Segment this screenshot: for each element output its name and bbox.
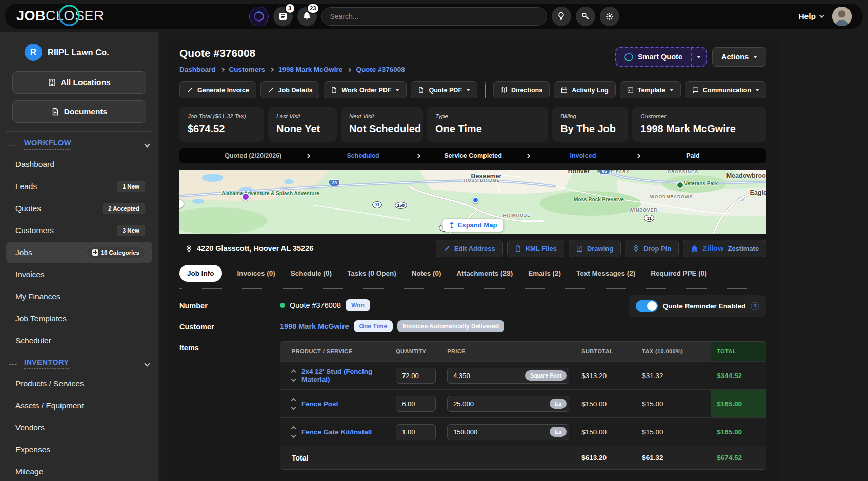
sidebar-item-leads[interactable]: Leads1 New [6, 176, 152, 197]
quantity-input[interactable]: 1.00 [396, 424, 436, 440]
sidebar-item-my-finances[interactable]: My Finances [6, 286, 152, 307]
generate-invoice-button[interactable]: Generate Invoice [179, 81, 256, 98]
sidebar-item-expenses[interactable]: Expenses [6, 439, 152, 460]
sidebar-divider [6, 131, 152, 132]
total-row-label: Total [280, 454, 581, 462]
user-avatar[interactable] [832, 7, 852, 26]
product-link[interactable]: Fence Post [301, 400, 338, 408]
tab-schedule[interactable]: Schedule (0) [291, 269, 332, 277]
sidebar-item-assets-equipment[interactable]: Assets / Equipment [6, 395, 152, 416]
section-inventory[interactable]: --- INVENTORY [9, 358, 149, 369]
app-logo: JOBCLOSER [16, 8, 104, 24]
drawing-button[interactable]: Drawing [569, 240, 621, 257]
tab-attachments[interactable]: Attachments (28) [457, 269, 513, 277]
stat-billing: Billing By The Job [552, 107, 628, 142]
smart-quote-button[interactable]: Smart Quote [615, 47, 692, 67]
quantity-input[interactable]: 6.00 [396, 396, 436, 412]
ai-assistant-button[interactable] [249, 7, 269, 26]
number-label: Number [179, 299, 280, 311]
tab-job-info[interactable]: Job Info [179, 265, 222, 282]
notifications-button[interactable]: 23 [297, 7, 317, 26]
job-details-button[interactable]: Job Details [260, 81, 320, 98]
ideas-button[interactable] [552, 7, 571, 26]
stat-cards: Job Total ($61.32 Tax) $674.52 Last Visi… [179, 107, 766, 142]
tax-value: $31.32 [642, 372, 711, 380]
tab-notes[interactable]: Notes (0) [412, 269, 441, 277]
price-input[interactable]: 150.000Ea [447, 424, 569, 440]
tab-text-messages[interactable]: Text Messages (2) [576, 269, 635, 277]
breadcrumb-quote[interactable]: Quote #376008 [356, 66, 405, 73]
communication-button[interactable]: Communication [685, 81, 766, 98]
expand-map-button[interactable]: Expand Map [442, 219, 504, 232]
price-input[interactable]: 4.350Square Foot [447, 368, 569, 384]
item-label: My Finances [15, 292, 60, 301]
section-workflow[interactable]: --- WORKFLOW [9, 139, 149, 150]
reorder-handle[interactable] [292, 399, 295, 409]
breadcrumb-customers[interactable]: Customers [229, 66, 266, 73]
quote-pdf-button[interactable]: Quote PDF [411, 81, 477, 98]
product-link[interactable]: 2x4 12' Stud (Fencing Material) [301, 368, 391, 383]
sidebar-item-scheduler[interactable]: Scheduler [6, 330, 152, 351]
customer-link[interactable]: 1998 Mark McGwire [280, 322, 349, 330]
help-circle-icon[interactable]: ? [751, 302, 759, 310]
tab-emails[interactable]: Emails (2) [528, 269, 561, 277]
drop-pin-button[interactable]: Drop Pin [625, 240, 679, 257]
reorder-handle[interactable] [292, 370, 295, 381]
sidebar-item-invoices[interactable]: Invoices [6, 264, 152, 285]
sidebar-item-jobs[interactable]: Jobs10 Categories [6, 242, 152, 263]
all-locations-button[interactable]: All Locations [12, 71, 146, 94]
customer-row: Customer 1998 Mark McGwire One Time Invo… [179, 320, 766, 332]
zillow-zestimate-button[interactable]: Zillow Zestimate [683, 240, 766, 257]
template-icon [627, 87, 634, 93]
settings-button[interactable] [600, 7, 619, 26]
lightbulb-icon [557, 12, 566, 20]
chevron-down-icon [291, 433, 296, 438]
tab-invoices[interactable]: Invoices (0) [237, 269, 275, 277]
breadcrumb-customer[interactable]: 1998 Mark McGwire [278, 66, 342, 73]
documents-button[interactable]: Documents [12, 100, 146, 123]
sidebar-item-vendors[interactable]: Vendors [6, 417, 152, 438]
edit-address-button[interactable]: Edit Address [436, 240, 503, 257]
sidebar-item-products-services[interactable]: Products / Services [6, 373, 152, 394]
button-label: Drawing [587, 245, 613, 253]
actions-button[interactable]: Actions [712, 47, 766, 67]
reorder-handle[interactable] [292, 427, 295, 437]
api-keys-button[interactable] [576, 7, 595, 26]
smart-quote-dropdown[interactable] [691, 47, 707, 67]
step-invoiced[interactable]: Invoiced [530, 152, 636, 159]
sidebar-item-dashboard[interactable]: Dashboard [6, 154, 152, 175]
sidebar-item-job-templates[interactable]: Job Templates [6, 308, 152, 329]
chevron-down-icon [144, 361, 150, 366]
table-row: Fence Gate Kit/Install 1.00 150.000Ea $1… [280, 417, 766, 446]
messages-button[interactable]: 3 [273, 7, 293, 26]
breadcrumb-dashboard[interactable]: Dashboard [179, 66, 216, 73]
sidebar-item-quotes[interactable]: Quotes2 Accepted [6, 198, 152, 219]
stat-value: None Yet [276, 123, 329, 135]
help-menu[interactable]: Help [798, 12, 823, 21]
search-input[interactable] [321, 7, 547, 26]
quantity-input[interactable]: 72.00 [396, 368, 436, 384]
chevron-down-icon [291, 405, 296, 410]
price-input[interactable]: 25.000Ea [447, 396, 569, 412]
total-value: $165.00 [711, 428, 766, 436]
step-scheduled[interactable]: Scheduled [310, 152, 416, 159]
items-label: Items [179, 341, 280, 470]
template-button[interactable]: Template [620, 81, 681, 98]
sidebar-item-mileage[interactable]: Mileage [6, 461, 152, 481]
directions-button[interactable]: Directions [493, 81, 550, 98]
park-poi-icon[interactable] [676, 181, 684, 189]
quote-reminder-toggle[interactable] [636, 300, 658, 312]
kml-files-button[interactable]: KML Files [507, 240, 564, 257]
item-label: Customers [15, 226, 54, 235]
activity-log-button[interactable]: Activity Log [554, 81, 616, 98]
product-link[interactable]: Fence Gate Kit/Install [301, 428, 372, 436]
sidebar-item-customers[interactable]: Customers3 New [6, 220, 152, 241]
status-dot-icon [280, 303, 285, 308]
work-order-pdf-button[interactable]: Work Order PDF [324, 81, 407, 98]
tab-required-ppe[interactable]: Required PPE (0) [651, 269, 707, 277]
tab-tasks[interactable]: Tasks (0 Open) [347, 269, 396, 277]
map[interactable]: BessemerHooverMeadowbrookEagleROSS BRIDG… [179, 170, 766, 234]
chevron-up-icon [291, 426, 296, 431]
stat-value: One Time [435, 123, 540, 135]
caret-down-icon [697, 56, 701, 58]
